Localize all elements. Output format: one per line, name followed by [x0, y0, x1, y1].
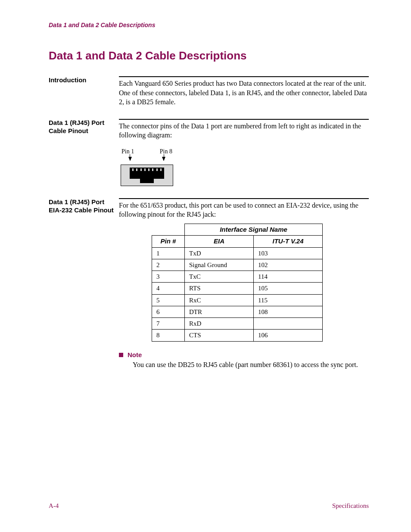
- cell-pin: 1: [152, 247, 185, 259]
- cell-pin: 7: [152, 318, 185, 330]
- section-body-rj45: The connector pins of the Data 1 port ar…: [119, 119, 369, 186]
- section-label-eia232: Data 1 (RJ45) Port EIA-232 Cable Pinout: [49, 198, 119, 215]
- cell-pin: 5: [152, 294, 185, 306]
- cell-itu: 106: [254, 330, 323, 341]
- table-row: 6 DTR 108: [152, 306, 323, 317]
- section-introduction: Introduction Each Vanguard 650 Series pr…: [49, 76, 369, 107]
- cell-itu: 103: [254, 247, 323, 259]
- note-bullet-icon: [119, 353, 123, 357]
- rj45-pins-icon: [132, 168, 162, 171]
- arrow-down-icon: [128, 157, 132, 161]
- rj45-arrows: [123, 157, 171, 164]
- section-text-eia232: For the 651/653 product, this port can b…: [119, 201, 369, 219]
- cell-itu: 105: [254, 283, 323, 294]
- table-row: 8 CTS 106: [152, 330, 323, 341]
- table-header-row: Pin # EIA ITU-T V.24: [152, 236, 323, 247]
- running-head: Data 1 and Data 2 Cable Descriptions: [49, 22, 369, 28]
- section-label-rj45: Data 1 (RJ45) Port Cable Pinout: [49, 119, 119, 135]
- rj45-pin-labels: Pin 1 Pin 8: [121, 148, 172, 156]
- section-rj45-pinout: Data 1 (RJ45) Port Cable Pinout The conn…: [49, 119, 369, 186]
- section-text-rj45: The connector pins of the Data 1 port ar…: [119, 121, 369, 140]
- cell-itu: 102: [254, 259, 323, 271]
- section-body-eia232: For the 651/653 product, this port can b…: [119, 198, 369, 370]
- note-body: You can use the DB25 to RJ45 cable (part…: [133, 360, 369, 370]
- cell-pin: 3: [152, 271, 185, 283]
- section-label-introduction: Introduction: [49, 76, 119, 84]
- cell-itu: 115: [254, 294, 323, 306]
- cell-itu: [254, 318, 323, 330]
- cell-pin: 4: [152, 283, 185, 294]
- page: Data 1 and Data 2 Cable Descriptions Dat…: [0, 0, 411, 532]
- table-header-eia: EIA: [185, 236, 254, 247]
- rj45-tab-icon: [140, 179, 154, 183]
- footer-section: Specifications: [332, 502, 369, 510]
- table-row: 3 TxC 114: [152, 271, 323, 283]
- table-header-pin: Pin #: [152, 236, 185, 247]
- table-row: 7 RxD: [152, 318, 323, 330]
- page-number: A-4: [49, 502, 59, 510]
- note-label: Note: [128, 351, 142, 358]
- table-super-header: Interface Signal Name: [185, 224, 323, 236]
- cell-eia: TxC: [185, 271, 254, 283]
- pin8-label: Pin 8: [160, 148, 172, 156]
- cell-eia: RTS: [185, 283, 254, 294]
- rj45-diagram: Pin 1 Pin 8: [119, 148, 175, 186]
- table-row: 4 RTS 105: [152, 283, 323, 294]
- table-row: 2 Signal Ground 102: [152, 259, 323, 271]
- cell-pin: 2: [152, 259, 185, 271]
- table-header-itu: ITU-T V.24: [254, 236, 323, 247]
- arrow-down-icon: [162, 157, 165, 161]
- rj45-faceplate: [121, 165, 173, 186]
- cell-itu: 108: [254, 306, 323, 317]
- cell-eia: RxD: [185, 318, 254, 330]
- cell-eia: TxD: [185, 247, 254, 259]
- note-block: Note You can use the DB25 to RJ45 cable …: [119, 350, 369, 370]
- cell-pin: 8: [152, 330, 185, 341]
- cell-eia: DTR: [185, 306, 254, 317]
- section-body-introduction: Each Vanguard 650 Series product has two…: [119, 76, 369, 107]
- pinout-table: Interface Signal Name Pin # EIA ITU-T V.…: [152, 224, 323, 342]
- page-footer: A-4 Specifications: [49, 502, 369, 510]
- pin1-label: Pin 1: [121, 148, 134, 156]
- cell-eia: Signal Ground: [185, 259, 254, 271]
- cell-eia: RxC: [185, 294, 254, 306]
- cell-pin: 6: [152, 306, 185, 317]
- table-row: 1 TxD 103: [152, 247, 323, 259]
- section-eia232-pinout: Data 1 (RJ45) Port EIA-232 Cable Pinout …: [49, 198, 369, 370]
- cell-eia: CTS: [185, 330, 254, 341]
- cell-itu: 114: [254, 271, 323, 283]
- table-super-header-row: Interface Signal Name: [152, 224, 323, 236]
- table-row: 5 RxC 115: [152, 294, 323, 306]
- page-title: Data 1 and Data 2 Cable Descriptions: [49, 49, 369, 62]
